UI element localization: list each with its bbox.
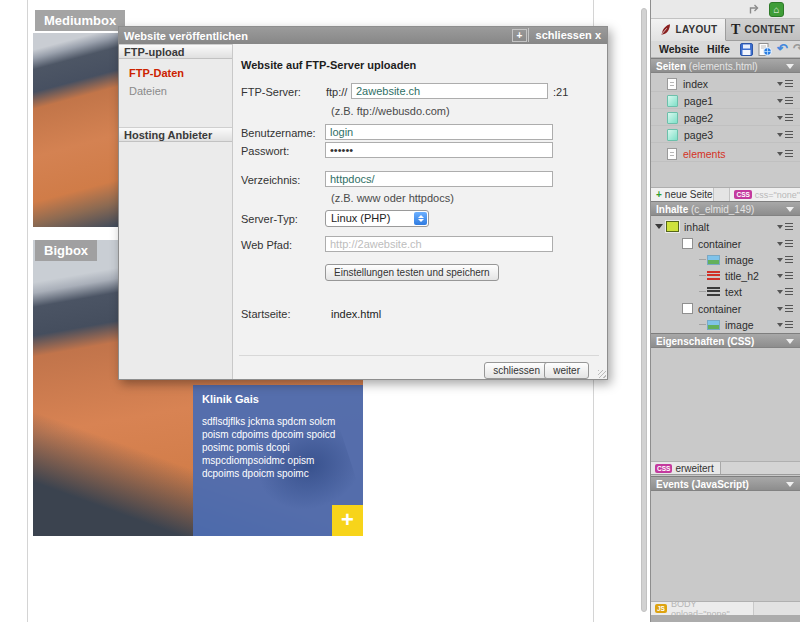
- tree-connector: [699, 259, 706, 260]
- page-menu-icon[interactable]: [777, 80, 793, 87]
- tree-connector: [699, 324, 706, 325]
- image-icon: [707, 320, 720, 330]
- events-panel-body: [651, 492, 800, 601]
- expand-triangle-icon[interactable]: [655, 224, 663, 229]
- new-page-button[interactable]: + neue Seite: [651, 188, 714, 201]
- page-row-index[interactable]: index: [651, 76, 800, 92]
- page-row-elements[interactable]: elements: [651, 146, 800, 162]
- mediumbox-label[interactable]: Mediumbox: [35, 10, 125, 31]
- dialog-add-button[interactable]: +: [512, 29, 527, 42]
- image-icon: [707, 255, 720, 265]
- tab-layout[interactable]: LAYOUT: [651, 19, 726, 41]
- page-icon: [667, 112, 678, 124]
- body-onload-setting[interactable]: JS BODY onload="none": [651, 602, 754, 615]
- eigenschaften-panel-header[interactable]: Eigenschaften (CSS): [651, 333, 800, 348]
- tree-row-container-2[interactable]: container: [651, 301, 800, 316]
- publish-website-dialog: Website veröffentlichen + schliessen x F…: [118, 26, 608, 380]
- dialog-close-button[interactable]: schliessen x: [528, 28, 603, 42]
- html-page-icon: [667, 148, 677, 160]
- footer-close-button[interactable]: schliessen: [484, 362, 549, 379]
- back-arrow-icon[interactable]: [748, 3, 760, 15]
- eigenschaften-title: Eigenschaften (CSS): [656, 336, 754, 347]
- page-menu-icon[interactable]: [777, 114, 793, 121]
- tree-row-title-h2[interactable]: title_h2: [651, 268, 800, 283]
- tree-row-text[interactable]: text: [651, 284, 800, 299]
- inhalte-subtitle: (c_elmid_149): [691, 204, 754, 215]
- preview-page-icon[interactable]: [758, 43, 772, 56]
- page-row-page1[interactable]: page1: [651, 93, 800, 109]
- tab-layout-label: LAYOUT: [676, 24, 718, 35]
- tree-connector: [699, 291, 706, 292]
- container-icon: [682, 238, 693, 249]
- inhalte-title: Inhalte: [656, 204, 688, 215]
- username-input[interactable]: [325, 124, 553, 140]
- page-menu-icon[interactable]: [777, 131, 793, 138]
- footer-next-button[interactable]: weiter: [544, 362, 589, 379]
- tree-menu-icon[interactable]: [777, 256, 793, 263]
- page-menu-icon[interactable]: [777, 97, 793, 104]
- select-stepper-icon: [414, 212, 427, 225]
- page-icon: [667, 129, 678, 141]
- dialog-titlebar[interactable]: Website veröffentlichen + schliessen x: [119, 27, 607, 44]
- test-settings-button[interactable]: Einstellungen testen und speichern: [325, 264, 499, 281]
- js-badge-icon: JS: [655, 604, 667, 613]
- dialog-resize-grip[interactable]: [598, 370, 606, 378]
- tree-menu-icon[interactable]: [777, 321, 793, 328]
- element-icon: [666, 221, 679, 232]
- nav-section-hosting-anbieter[interactable]: Hosting Anbieter: [119, 127, 232, 142]
- nav-item-dateien[interactable]: Dateien: [119, 81, 232, 99]
- tree-menu-icon[interactable]: [777, 272, 793, 279]
- tree-row-inhalt[interactable]: inhalt: [651, 219, 800, 234]
- tree-menu-icon[interactable]: [777, 305, 793, 312]
- web-path-label: Web Pfad:: [241, 239, 292, 251]
- collapse-triangle-icon[interactable]: [786, 207, 794, 212]
- tree-row-container[interactable]: container: [651, 236, 800, 251]
- save-icon[interactable]: [740, 43, 753, 56]
- sidebar-top-strip: ⌂: [651, 0, 800, 19]
- add-content-button[interactable]: +: [332, 505, 363, 536]
- ftp-port: :21: [553, 86, 568, 98]
- web-path-input[interactable]: [325, 236, 553, 252]
- tree-row-image[interactable]: image: [651, 252, 800, 267]
- menu-hilfe[interactable]: Hilfe: [707, 43, 730, 55]
- bigbox-label[interactable]: Bigbox: [35, 240, 97, 261]
- seiten-subtitle: (elements.html): [689, 61, 758, 72]
- dialog-footer-divider: [239, 355, 599, 356]
- seiten-panel-header[interactable]: Seiten (elements.html): [651, 58, 800, 73]
- inhalte-panel-header[interactable]: Inhalte (c_elmid_149): [651, 201, 800, 216]
- canvas-scrollbar[interactable]: [641, 8, 647, 612]
- page-row-page3[interactable]: page3: [651, 127, 800, 143]
- page-css-setting[interactable]: CSS css="none": [730, 188, 800, 201]
- collapse-triangle-icon[interactable]: [786, 339, 794, 344]
- page-row-page2[interactable]: page2: [651, 110, 800, 126]
- css-badge-icon: CSS: [734, 190, 751, 199]
- directory-input[interactable]: [325, 171, 553, 187]
- ftp-server-input[interactable]: [351, 83, 548, 99]
- events-panel-header[interactable]: Events (JavaScript): [651, 476, 800, 491]
- tree-menu-icon[interactable]: [777, 223, 793, 230]
- collapse-triangle-icon[interactable]: [786, 64, 794, 69]
- page-menu-icon[interactable]: [777, 150, 793, 157]
- css-erweitert-bar: CSS erweitert: [651, 461, 800, 475]
- redo-icon[interactable]: ↷: [793, 44, 800, 54]
- menu-website[interactable]: Website: [659, 43, 699, 55]
- tree-menu-icon[interactable]: [777, 240, 793, 247]
- collapse-triangle-icon[interactable]: [786, 482, 794, 487]
- klinik-body-text: sdflsdjflks jckma spdcm solcm poism cdpo…: [202, 415, 354, 480]
- undo-icon[interactable]: ↶: [777, 44, 788, 54]
- klinik-content-box[interactable]: Klinik Gais sdflsdjflks jckma spdcm solc…: [193, 385, 363, 536]
- tab-content-label: CONTENT: [745, 24, 795, 35]
- css-erweitert-tab[interactable]: CSS erweitert: [651, 462, 721, 474]
- nav-section-ftp-upload[interactable]: FTP-upload: [119, 44, 232, 59]
- startpage-value: index.html: [331, 308, 381, 320]
- password-input[interactable]: [325, 142, 553, 158]
- server-type-select[interactable]: Linux (PHP): [325, 210, 429, 227]
- html-page-icon: [667, 78, 677, 90]
- directory-label: Verzeichnis:: [241, 174, 300, 186]
- tree-menu-icon[interactable]: [777, 288, 793, 295]
- dialog-title: Website veröffentlichen: [124, 30, 248, 42]
- home-icon[interactable]: ⌂: [769, 2, 784, 17]
- tab-content[interactable]: T CONTENT: [726, 19, 800, 40]
- nav-item-ftp-daten[interactable]: FTP-Daten: [119, 59, 232, 81]
- tree-row-image-2[interactable]: image: [651, 317, 800, 332]
